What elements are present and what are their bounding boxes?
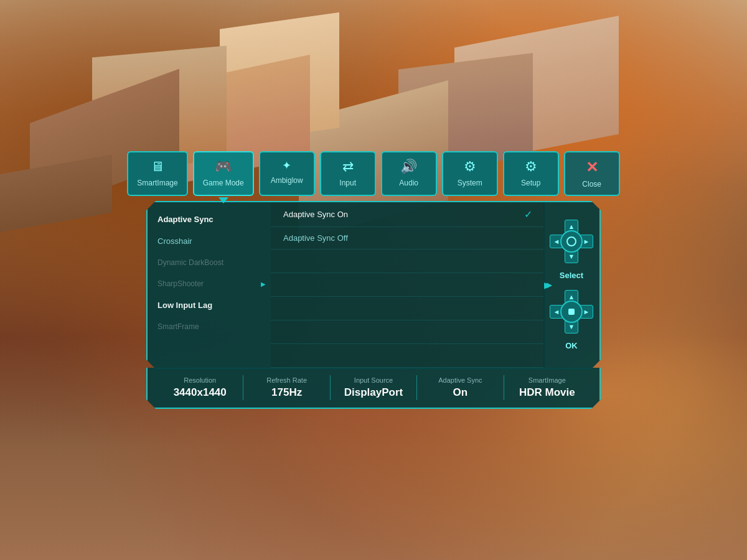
menu-adaptive-sync-label: Adaptive Sync <box>157 215 214 224</box>
ok-label: OK <box>565 341 578 350</box>
option-empty-5 <box>271 344 545 368</box>
nav-diamond: ▲ ▼ ◄ ► <box>550 220 593 263</box>
status-resolution: Resolution 3440x1440 <box>160 376 240 399</box>
select-label: Select <box>560 271 583 280</box>
option-empty-4 <box>271 320 545 344</box>
nav-audio-label: Audio <box>399 179 418 187</box>
status-adaptive-sync: Adaptive Sync On <box>420 376 500 399</box>
status-refresh-rate: Refresh Rate 175Hz <box>247 376 326 399</box>
menu-sharpshooter[interactable]: SharpShooter <box>148 273 271 294</box>
menu-dynamic-darkboost[interactable]: Dynamic DarkBoost <box>148 252 271 273</box>
nav-smartimage-label: SmartImage <box>137 179 177 187</box>
option-empty-3 <box>271 297 545 320</box>
divider-2 <box>330 375 331 400</box>
option-adaptive-sync-on[interactable]: Adaptive Sync On ✓ <box>271 202 545 227</box>
status-bar: Resolution 3440x1440 Refresh Rate 175Hz … <box>146 368 601 409</box>
smartimage-status-label: SmartImage <box>529 376 566 384</box>
nav-system-label: System <box>458 179 482 187</box>
adaptive-sync-status-label: Adaptive Sync <box>438 376 482 384</box>
system-icon: ⚙ <box>464 159 476 175</box>
status-smartimage: SmartImage HDR Movie <box>507 376 587 399</box>
nav-audio[interactable]: 🔊 Audio <box>381 151 437 196</box>
input-source-label: Input Source <box>354 376 393 384</box>
audio-icon: 🔊 <box>400 159 417 175</box>
divider-3 <box>416 375 417 400</box>
setup-icon: ⚙ <box>525 159 537 175</box>
menu-low-input-lag-label: Low Input Lag <box>157 301 212 310</box>
menu-crosshair[interactable]: Crosshair <box>148 230 271 252</box>
nav-ambiglow[interactable]: ✦ Ambiglow <box>259 151 315 196</box>
nav-smartimage[interactable]: 🖥 SmartImage <box>127 151 187 196</box>
osd-wrapper: Adaptive Sync Crosshair Dynamic DarkBoos… <box>146 201 601 369</box>
menu-adaptive-sync[interactable]: Adaptive Sync <box>148 208 271 230</box>
gamemode-arrow <box>218 197 228 203</box>
nav-setup-label: Setup <box>521 179 540 187</box>
option-adaptive-sync-off[interactable]: Adaptive Sync Off <box>271 227 545 250</box>
menu-smartframe[interactable]: SmartFrame <box>148 316 271 337</box>
nav-center-icon <box>566 236 576 246</box>
osd-middle-panel: Adaptive Sync On ✓ Adaptive Sync Off ▶ <box>271 201 545 369</box>
smartimage-icon: 🖥 <box>151 159 164 175</box>
input-icon: ⇄ <box>342 159 354 175</box>
nav-center-button[interactable] <box>560 230 583 253</box>
nav-input-label: Input <box>339 179 356 187</box>
input-source-value: DisplayPort <box>344 386 403 399</box>
menu-crosshair-label: Crosshair <box>157 236 192 246</box>
menu-dynamic-darkboost-label: Dynamic DarkBoost <box>157 258 223 267</box>
option-empty-1 <box>271 250 545 273</box>
close-icon: ✕ <box>586 159 598 176</box>
ambiglow-icon: ✦ <box>282 159 291 172</box>
nav-setup[interactable]: ⚙ Setup <box>503 151 559 196</box>
adaptive-sync-status-value: On <box>453 386 468 399</box>
option-adaptive-sync-on-label: Adaptive Sync On <box>283 210 348 219</box>
menu-sharpshooter-label: SharpShooter <box>157 279 204 288</box>
option-empty-2 <box>271 273 545 297</box>
nav-close-label: Close <box>582 180 601 189</box>
nav-ambiglow-label: Ambiglow <box>271 176 303 185</box>
nav-close[interactable]: ✕ Close <box>564 151 620 196</box>
status-input-source: Input Source DisplayPort <box>334 376 413 399</box>
nav-gamemode-label: Game Mode <box>203 179 244 187</box>
option-adaptive-sync-off-label: Adaptive Sync Off <box>283 233 348 243</box>
menu-low-input-lag[interactable]: Low Input Lag <box>148 294 271 316</box>
smartimage-status-value: HDR Movie <box>519 386 575 399</box>
gamemode-icon: 🎮 <box>215 159 232 175</box>
osd-left-panel: Adaptive Sync Crosshair Dynamic DarkBoos… <box>146 201 271 369</box>
divider-1 <box>243 375 243 400</box>
nav-input[interactable]: ⇄ Input <box>320 151 376 196</box>
divider-4 <box>504 375 504 400</box>
menu-smartframe-label: SmartFrame <box>157 322 199 331</box>
checkmark-icon: ✓ <box>524 208 532 220</box>
resolution-label: Resolution <box>184 376 216 384</box>
middle-right-arrow-icon: ▶ <box>544 280 551 290</box>
refresh-rate-value: 175Hz <box>271 386 302 399</box>
resolution-value: 3440x1440 <box>174 386 227 399</box>
ok-center-button[interactable] <box>560 301 583 323</box>
ok-diamond: ▲ ▼ ◄ ► <box>550 290 593 334</box>
ok-center-icon <box>568 309 575 315</box>
nav-gamemode[interactable]: 🎮 Game Mode <box>193 151 254 196</box>
refresh-rate-label: Refresh Rate <box>266 376 307 384</box>
nav-bar: 🖥 SmartImage 🎮 Game Mode ✦ Ambiglow ⇄ In… <box>127 151 619 196</box>
nav-system[interactable]: ⚙ System <box>442 151 498 196</box>
